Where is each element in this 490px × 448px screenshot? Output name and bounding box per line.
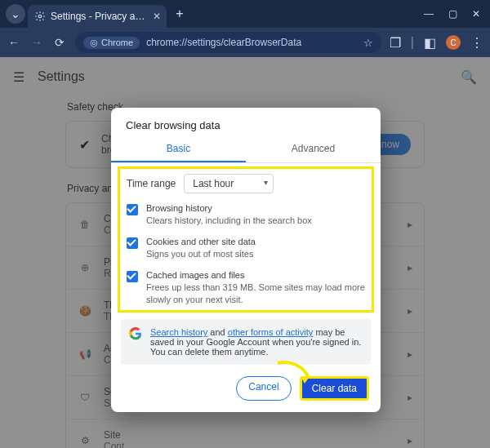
address-bar[interactable]: ◎ Chrome chrome://settings/clearBrowserD… bbox=[75, 32, 381, 53]
search-history-link[interactable]: Search history bbox=[150, 327, 207, 337]
options-highlight: Time range Last hour Browsing history Cl… bbox=[118, 166, 374, 313]
profile-avatar[interactable]: C bbox=[446, 35, 461, 50]
tab-title: Settings - Privacy and security bbox=[51, 11, 147, 22]
clear-data-button[interactable]: Clear data bbox=[300, 376, 369, 401]
option-title: Cached images and files bbox=[146, 270, 365, 280]
back-button[interactable]: ← bbox=[7, 36, 21, 49]
bookmark-button[interactable]: ☆ bbox=[363, 37, 373, 49]
time-range-label: Time range bbox=[127, 178, 176, 189]
option-cookies[interactable]: Cookies and other site data Signs you ou… bbox=[127, 237, 365, 260]
checkbox-browsing-history[interactable] bbox=[127, 204, 138, 215]
site-chip-label: Chrome bbox=[101, 38, 133, 47]
site-chip[interactable]: ◎ Chrome bbox=[83, 37, 140, 49]
tab-search-button[interactable]: ⌄ bbox=[6, 4, 25, 24]
cancel-button[interactable]: Cancel bbox=[236, 376, 291, 401]
new-tab-button[interactable]: + bbox=[170, 4, 189, 24]
browser-tab[interactable]: Settings - Privacy and security ✕ bbox=[28, 5, 167, 28]
option-browsing-history[interactable]: Browsing history Clears history, includi… bbox=[127, 203, 365, 227]
reload-button[interactable]: ⟳ bbox=[52, 36, 67, 49]
time-range-select[interactable]: Last hour bbox=[184, 174, 274, 193]
option-title: Browsing history bbox=[146, 203, 312, 213]
checkbox-cookies[interactable] bbox=[127, 237, 138, 249]
tab-advanced[interactable]: Advanced bbox=[246, 136, 381, 162]
option-desc: Signs you out of most sites bbox=[146, 248, 256, 260]
option-title: Cookies and other site data bbox=[146, 237, 256, 246]
window-titlebar: ⌄ Settings - Privacy and security ✕ + — … bbox=[0, 0, 490, 28]
clear-browsing-data-dialog: Clear browsing data Basic Advanced Time … bbox=[111, 108, 381, 412]
google-account-info: Search history and other forms of activi… bbox=[121, 319, 371, 365]
forward-button[interactable]: → bbox=[29, 36, 44, 49]
other-activity-link[interactable]: other forms of activity bbox=[228, 327, 314, 337]
info-text: Search history and other forms of activi… bbox=[150, 327, 363, 357]
tab-basic[interactable]: Basic bbox=[111, 136, 246, 162]
url-text: chrome://settings/clearBrowserData bbox=[146, 37, 357, 48]
dialog-tabs: Basic Advanced bbox=[111, 136, 381, 162]
browser-toolbar: ← → ⟳ ◎ Chrome chrome://settings/clearBr… bbox=[0, 28, 490, 57]
option-desc: Clears history, including in the search … bbox=[146, 215, 312, 227]
svg-point-0 bbox=[38, 15, 42, 18]
dialog-title: Clear browsing data bbox=[111, 108, 381, 136]
chevron-down-icon: ⌄ bbox=[11, 7, 20, 20]
window-maximize-button[interactable]: ▢ bbox=[448, 8, 457, 20]
extensions-button[interactable]: ❐ bbox=[390, 35, 401, 51]
gear-icon bbox=[34, 11, 46, 22]
google-icon bbox=[129, 327, 142, 340]
option-cache[interactable]: Cached images and files Frees up less th… bbox=[127, 270, 365, 306]
menu-button[interactable]: ⋮ bbox=[470, 35, 483, 51]
window-close-button[interactable]: ✕ bbox=[472, 8, 480, 20]
window-minimize-button[interactable]: — bbox=[424, 8, 434, 20]
option-desc: Frees up less than 319 MB. Some sites ma… bbox=[146, 282, 365, 306]
tab-close-button[interactable]: ✕ bbox=[152, 11, 162, 22]
side-panel-button[interactable]: ◧ bbox=[424, 35, 436, 51]
checkbox-cache[interactable] bbox=[127, 271, 138, 282]
chrome-icon: ◎ bbox=[90, 38, 98, 48]
